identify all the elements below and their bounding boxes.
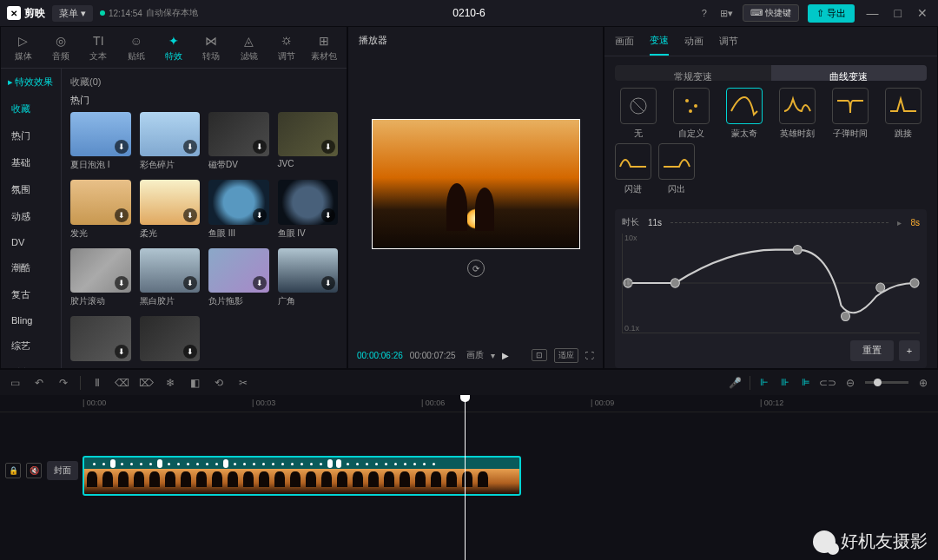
playhead[interactable] bbox=[465, 395, 466, 560]
download-icon[interactable]: ⬇ bbox=[183, 140, 197, 154]
effect-item-9[interactable]: ⬇ 黑白胶片 bbox=[140, 248, 201, 307]
effect-item-13[interactable]: ⬇ bbox=[140, 316, 201, 363]
toptab-3[interactable]: ☺ 贴纸 bbox=[117, 30, 155, 66]
ratio-button[interactable]: ⊡ bbox=[532, 349, 547, 361]
toptab-4[interactable]: ✦ 特效 bbox=[155, 30, 192, 66]
fullscreen-icon[interactable]: ⛶ bbox=[585, 351, 594, 360]
toptab-2[interactable]: TI 文本 bbox=[80, 30, 117, 66]
preset-2[interactable]: 蒙太奇 bbox=[721, 88, 767, 140]
delete-right-icon[interactable]: ⌦ bbox=[138, 375, 154, 391]
sync-icon[interactable]: ⟳ bbox=[467, 260, 485, 277]
mic-icon[interactable]: 🎤 bbox=[727, 375, 743, 391]
sidebar-cat-2[interactable]: 基础 bbox=[1, 149, 61, 176]
preset2-0[interactable]: 闪进 bbox=[615, 143, 651, 195]
mirror-icon[interactable]: ◧ bbox=[187, 375, 202, 391]
effect-item-4[interactable]: ⬇ 发光 bbox=[70, 180, 131, 239]
help-icon[interactable]: ? bbox=[697, 6, 711, 20]
cover-button[interactable]: 封面 bbox=[47, 461, 78, 480]
minimize-icon[interactable]: — bbox=[863, 6, 882, 20]
effect-item-1[interactable]: ⬇ 彩色碎片 bbox=[140, 112, 201, 171]
close-icon[interactable]: ✕ bbox=[914, 6, 931, 20]
download-icon[interactable]: ⬇ bbox=[115, 345, 129, 359]
sidebar-cat-3[interactable]: 氛围 bbox=[1, 176, 61, 203]
effect-item-12[interactable]: ⬇ bbox=[70, 316, 131, 363]
quality-chevron-icon[interactable]: ▾ bbox=[491, 351, 495, 360]
crop-icon[interactable]: ✂ bbox=[235, 375, 251, 391]
reset-button[interactable]: 重置 bbox=[850, 340, 894, 361]
download-icon[interactable]: ⬇ bbox=[115, 208, 129, 222]
sidebar-cat-8[interactable]: Bling bbox=[1, 308, 61, 333]
sidebar-cat-10[interactable]: 爱心 bbox=[1, 359, 61, 368]
effect-item-11[interactable]: ⬇ 广角 bbox=[278, 248, 339, 307]
effect-item-2[interactable]: ⬇ 磁带DV bbox=[208, 112, 269, 171]
effect-item-7[interactable]: ⬇ 鱼眼 IV bbox=[278, 180, 339, 239]
rotate-icon[interactable]: ⟲ bbox=[211, 375, 227, 391]
effect-item-3[interactable]: ⬇ JVC bbox=[278, 112, 339, 171]
toptab-1[interactable]: ◎ 音频 bbox=[42, 30, 79, 66]
redo-icon[interactable]: ↷ bbox=[56, 375, 71, 391]
effect-item-6[interactable]: ⬇ 鱼眼 III bbox=[208, 180, 269, 239]
toptab-8[interactable]: ⊞ 素材包 bbox=[306, 30, 343, 66]
right-tab-2[interactable]: 动画 bbox=[684, 28, 704, 55]
sidebar-cat-6[interactable]: 潮酷 bbox=[1, 254, 61, 281]
zoom-slider[interactable] bbox=[865, 381, 908, 384]
download-icon[interactable]: ⬇ bbox=[321, 276, 335, 290]
toptab-0[interactable]: ▷ 媒体 bbox=[4, 30, 42, 66]
play-icon[interactable]: ▶ bbox=[502, 351, 509, 360]
sidebar-cat-5[interactable]: DV bbox=[1, 230, 61, 254]
download-icon[interactable]: ⬇ bbox=[183, 276, 197, 290]
download-icon[interactable]: ⬇ bbox=[321, 208, 335, 222]
add-point-button[interactable]: + bbox=[899, 340, 920, 361]
effect-item-0[interactable]: ⬇ 夏日泡泡 I bbox=[70, 112, 131, 171]
layout-icon[interactable]: ⊞▾ bbox=[720, 6, 734, 20]
maximize-icon[interactable]: □ bbox=[891, 6, 905, 20]
preset-3[interactable]: 英雄时刻 bbox=[775, 88, 821, 140]
download-icon[interactable]: ⬇ bbox=[321, 140, 335, 154]
preset-4[interactable]: 子弹时间 bbox=[828, 88, 874, 140]
speed-subtab-1[interactable]: 曲线变速 bbox=[771, 65, 928, 81]
shortcut-button[interactable]: ⌨ 快捷键 bbox=[743, 4, 799, 22]
track-lock-icon[interactable]: 🔒 bbox=[5, 463, 21, 478]
export-button[interactable]: ⇧ 导出 bbox=[808, 4, 855, 23]
download-icon[interactable]: ⬇ bbox=[183, 208, 197, 222]
preset-5[interactable]: 跳接 bbox=[881, 88, 927, 140]
sidebar-cat-4[interactable]: 动感 bbox=[1, 203, 61, 230]
toptab-5[interactable]: ⋈ 转场 bbox=[193, 30, 230, 66]
right-tab-3[interactable]: 调节 bbox=[719, 28, 738, 55]
download-icon[interactable]: ⬇ bbox=[253, 208, 267, 222]
magnet-icon[interactable]: ⊂⊃ bbox=[820, 375, 836, 391]
right-tab-0[interactable]: 画面 bbox=[615, 28, 634, 55]
speed-curve-graph[interactable]: 10x 1x 0.1x bbox=[622, 234, 920, 333]
zoom-out-icon[interactable]: ⊖ bbox=[842, 375, 858, 391]
player-canvas[interactable] bbox=[372, 119, 580, 249]
sidebar-cat-7[interactable]: 复古 bbox=[1, 281, 61, 308]
freeze-icon[interactable]: ❄ bbox=[162, 375, 178, 391]
speed-subtab-0[interactable]: 常规变速 bbox=[615, 65, 771, 81]
toptab-6[interactable]: ◬ 滤镜 bbox=[230, 30, 268, 66]
preset2-1[interactable]: 闪出 bbox=[658, 143, 695, 195]
effect-item-10[interactable]: ⬇ 负片拖影 bbox=[208, 248, 269, 307]
menu-button[interactable]: 菜单 ▾ bbox=[52, 5, 93, 22]
snap1-icon[interactable]: ⊩ bbox=[757, 377, 771, 388]
zoom-in-icon[interactable]: ⊕ bbox=[915, 375, 931, 391]
effect-item-5[interactable]: ⬇ 柔光 bbox=[140, 180, 201, 239]
snap3-icon[interactable]: ⊫ bbox=[799, 377, 813, 388]
download-icon[interactable]: ⬇ bbox=[183, 345, 197, 359]
preset-0[interactable]: 无 bbox=[615, 88, 661, 140]
video-clip[interactable] bbox=[83, 456, 521, 496]
sidebar-cat-9[interactable]: 综艺 bbox=[1, 333, 61, 359]
right-tab-1[interactable]: 变速 bbox=[650, 27, 669, 56]
select-tool-icon[interactable]: ▭ bbox=[7, 375, 23, 391]
delete-left-icon[interactable]: ⌫ bbox=[114, 375, 129, 391]
undo-icon[interactable]: ↶ bbox=[31, 375, 47, 391]
fit-button[interactable]: 适应 bbox=[554, 348, 578, 363]
sidebar-cat-1[interactable]: 热门 bbox=[1, 122, 61, 149]
track-mute-icon[interactable]: 🔇 bbox=[26, 463, 42, 478]
split-icon[interactable]: Ⅱ bbox=[89, 375, 105, 391]
quality-label[interactable]: 画质 bbox=[466, 349, 484, 361]
effect-item-8[interactable]: ⬇ 胶片滚动 bbox=[70, 248, 131, 307]
toptab-7[interactable]: ⛭ 调节 bbox=[268, 30, 305, 66]
download-icon[interactable]: ⬇ bbox=[115, 140, 129, 154]
preset-1[interactable]: 自定义 bbox=[668, 88, 714, 140]
download-icon[interactable]: ⬇ bbox=[115, 276, 129, 290]
